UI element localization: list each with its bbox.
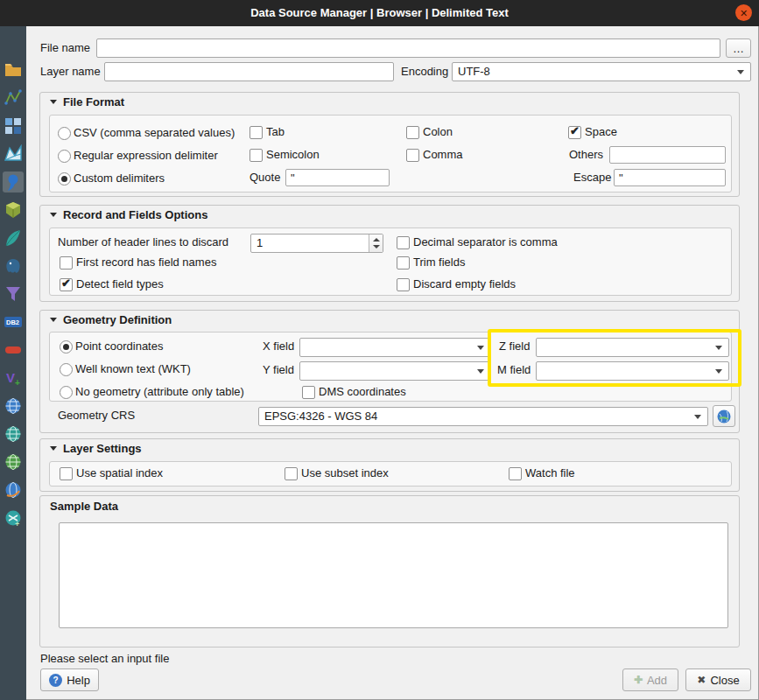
semicolon-checkbox[interactable] [249,149,263,162]
sidebar-tab-virtual-layer[interactable]: V+ [3,368,24,388]
y-field-dropdown[interactable] [299,361,491,381]
header-lines-spinner[interactable]: 1 [250,234,383,253]
collapse-arrow-icon [50,446,57,451]
regex-delimiter-label: Regular expression delimiter [74,146,218,165]
wkt-label: Well known text (WKT) [75,360,191,379]
geometry-crs-label: Geometry CRS [58,406,135,425]
m-field-dropdown[interactable] [536,361,729,381]
csv-radio[interactable] [58,127,71,140]
space-checkbox[interactable] [568,126,581,139]
z-field-dropdown[interactable] [536,338,729,357]
svg-text:+: + [15,520,19,528]
sidebar-tab-postgresql[interactable] [3,256,24,276]
point-coordinates-radio[interactable] [60,340,73,354]
close-button[interactable]: ✖Close [685,668,751,691]
collapse-arrow-icon [50,213,57,217]
y-field-label: Y field [263,360,294,380]
crs-picker-button[interactable] [713,405,735,427]
file-format-group-title[interactable]: File Format [50,94,124,111]
discard-empty-fields-checkbox[interactable] [397,278,410,291]
help-button[interactable]: ?Help [40,668,99,691]
browse-file-button[interactable]: … [726,38,751,58]
sidebar-tab-xyz-tiles[interactable]: + [3,508,24,528]
data-source-manager-window: Data Source Manager | Browser | Delimite… [0,0,759,700]
crs-globe-icon [716,409,732,424]
wfs-globe-icon [4,452,23,472]
encoding-dropdown[interactable]: UTF-8 [452,62,751,81]
dms-coordinates-label: DMS coordinates [319,382,406,402]
escape-label: Escape [573,168,611,187]
add-button[interactable]: ✚Add [622,668,678,691]
discard-empty-fields-label: Discard empty fields [413,275,516,294]
wcs-globe-icon [4,424,23,444]
sidebar-tab-wfs[interactable] [3,452,24,472]
window-close-button[interactable]: ✕ [735,4,752,21]
record-fields-group-title[interactable]: Record and Fields Options [50,206,207,224]
oracle-icon [4,340,23,360]
custom-delimiters-label: Custom delimiters [74,169,165,188]
sidebar-tab-spatialite[interactable] [3,228,24,248]
sidebar-tab-wcs[interactable] [3,424,24,444]
geometry-definition-group-title[interactable]: Geometry Definition [50,312,172,329]
virtual-layer-icon: V+ [4,368,23,388]
wkt-radio[interactable] [60,363,73,376]
window-title: Data Source Manager | Browser | Delimite… [0,0,759,26]
sidebar-tab-delimited-text[interactable] [3,172,24,192]
sidebar-tab-browser[interactable] [3,60,24,80]
window-close-icon: ✕ [740,8,748,18]
source-type-sidebar: DB2 V+ + [0,26,26,700]
delimited-text-icon [4,172,23,192]
xyz-tiles-icon: + [4,508,23,528]
tab-checkbox[interactable] [249,126,263,139]
first-record-names-label: First record has field names [76,253,216,272]
detect-field-types-checkbox[interactable] [60,278,73,291]
regex-delimiter-radio[interactable] [58,150,71,163]
sidebar-tab-wms-wmts[interactable] [3,396,24,416]
sidebar-tab-geopackage[interactable] [3,200,24,220]
sidebar-tab-raster[interactable] [3,116,24,136]
use-spatial-index-label: Use spatial index [76,464,163,483]
sidebar-tab-vector[interactable] [3,88,24,108]
spatialite-feather-icon [4,228,23,248]
use-spatial-index-checkbox[interactable] [60,467,73,480]
layer-settings-group-title[interactable]: Layer Settings [50,440,142,458]
folder-browser-icon [4,60,23,80]
watch-file-checkbox[interactable] [509,467,522,480]
titlebar: Data Source Manager | Browser | Delimite… [0,0,759,26]
dms-coordinates-checkbox[interactable] [302,386,315,399]
m-field-label: M field [497,360,531,380]
use-subset-index-label: Use subset index [301,464,389,483]
use-subset-index-checkbox[interactable] [285,467,298,480]
custom-delimiters-radio[interactable] [58,172,71,186]
sidebar-tab-mesh[interactable] [3,144,24,164]
comma-checkbox[interactable] [406,149,419,162]
geometry-crs-dropdown[interactable]: EPSG:4326 - WGS 84 [258,407,708,426]
escape-input[interactable] [614,169,726,186]
status-message: Please select an input file [40,649,169,668]
decimal-separator-checkbox[interactable] [397,236,410,249]
header-lines-label: Number of header lines to discard [58,233,228,252]
quote-input[interactable] [285,169,390,186]
semicolon-checkbox-label: Semicolon [266,145,320,164]
others-input[interactable] [609,146,726,164]
collapse-arrow-icon [50,100,57,104]
svg-text:DB2: DB2 [6,318,19,326]
comma-checkbox-label: Comma [423,145,463,164]
x-field-dropdown[interactable] [299,338,491,357]
spinner-arrows-icon[interactable] [369,234,383,252]
z-field-label: Z field [499,337,530,356]
file-name-input[interactable] [96,38,720,58]
add-plus-icon: ✚ [634,674,643,686]
first-record-names-checkbox[interactable] [60,256,73,270]
sidebar-tab-db2[interactable]: DB2 [3,312,24,332]
vector-layer-icon [4,88,23,108]
colon-checkbox[interactable] [406,126,419,139]
sidebar-tab-arcgis-rest[interactable] [3,480,24,500]
svg-text:V: V [6,370,15,385]
close-x-icon: ✖ [697,674,706,686]
sidebar-tab-mssql[interactable] [3,284,24,304]
sidebar-tab-oracle[interactable] [3,340,24,360]
trim-fields-checkbox[interactable] [397,256,410,270]
no-geometry-radio[interactable] [60,386,73,399]
layer-name-input[interactable] [104,62,394,81]
